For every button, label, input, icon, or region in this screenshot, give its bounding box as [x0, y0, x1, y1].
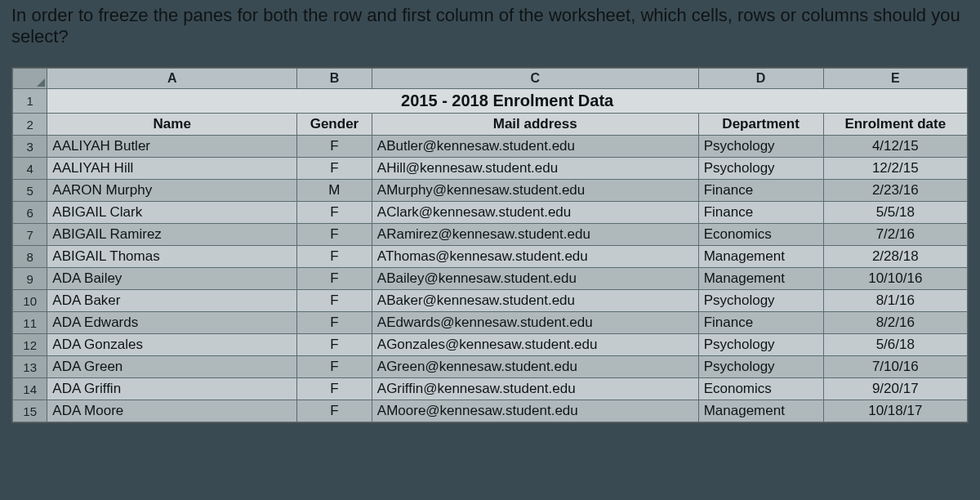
- row-header[interactable]: 4: [13, 158, 47, 180]
- cell-enrol[interactable]: 4/12/15: [823, 136, 967, 158]
- cell-gender[interactable]: F: [297, 312, 372, 334]
- table-row[interactable]: 13ADA GreenFAGreen@kennesaw.student.eduP…: [13, 356, 968, 378]
- cell-mail[interactable]: AThomas@kennesaw.student.edu: [372, 246, 698, 268]
- table-row[interactable]: 10ADA BakerFABaker@kennesaw.student.eduP…: [13, 290, 968, 312]
- col-header-c[interactable]: C: [372, 69, 698, 89]
- cell-enrol[interactable]: 5/5/18: [823, 202, 967, 224]
- cell-name[interactable]: ABIGAIL Clark: [47, 202, 297, 224]
- table-row[interactable]: 5AARON MurphyMAMurphy@kennesaw.student.e…: [13, 180, 968, 202]
- cell-dept[interactable]: Finance: [698, 202, 823, 224]
- cell-enrol[interactable]: 5/6/18: [823, 334, 967, 356]
- col-header-e[interactable]: E: [823, 69, 967, 89]
- cell-gender[interactable]: F: [297, 158, 372, 180]
- cell-name[interactable]: ADA Gonzales: [47, 334, 297, 356]
- cell-gender[interactable]: F: [297, 268, 372, 290]
- cell-dept[interactable]: Psychology: [698, 290, 823, 312]
- table-row[interactable]: 12ADA GonzalesFAGonzales@kennesaw.studen…: [13, 334, 968, 356]
- cell-gender[interactable]: F: [297, 246, 372, 268]
- col-header-a[interactable]: A: [47, 69, 297, 89]
- cell-enrol[interactable]: 9/20/17: [823, 378, 967, 400]
- cell-dept[interactable]: Psychology: [698, 158, 823, 180]
- cell-name[interactable]: ADA Bailey: [47, 268, 297, 290]
- cell-enrol[interactable]: 7/10/16: [823, 356, 967, 378]
- cell-mail[interactable]: ARamirez@kennesaw.student.edu: [372, 224, 698, 246]
- col-header-b[interactable]: B: [297, 69, 372, 89]
- cell-dept[interactable]: Finance: [698, 312, 823, 334]
- sheet-title[interactable]: 2015 - 2018 Enrolment Data: [47, 89, 968, 114]
- cell-gender[interactable]: M: [297, 180, 372, 202]
- cell-dept[interactable]: Management: [698, 246, 823, 268]
- cell-dept[interactable]: Finance: [698, 180, 823, 202]
- cell-gender[interactable]: F: [297, 290, 372, 312]
- row-header[interactable]: 15: [13, 400, 47, 422]
- cell-name[interactable]: AALIYAH Butler: [47, 136, 297, 158]
- cell-mail[interactable]: AGreen@kennesaw.student.edu: [372, 356, 698, 378]
- cell-mail[interactable]: AMurphy@kennesaw.student.edu: [372, 180, 698, 202]
- cell-mail[interactable]: AClark@kennesaw.student.edu: [372, 202, 698, 224]
- cell-gender[interactable]: F: [297, 334, 372, 356]
- cell-gender[interactable]: F: [297, 136, 372, 158]
- header-gender[interactable]: Gender: [297, 114, 372, 136]
- row-header-2[interactable]: 2: [13, 114, 47, 136]
- cell-gender[interactable]: F: [297, 202, 372, 224]
- header-name[interactable]: Name: [47, 114, 297, 136]
- cell-dept[interactable]: Management: [698, 268, 823, 290]
- table-row[interactable]: 7ABIGAIL RamirezFARamirez@kennesaw.stude…: [13, 224, 968, 246]
- table-row[interactable]: 14ADA GriffinFAGriffin@kennesaw.student.…: [13, 378, 968, 400]
- cell-name[interactable]: ADA Moore: [47, 400, 297, 422]
- cell-mail[interactable]: AHill@kennesaw.student.edu: [372, 158, 698, 180]
- cell-mail[interactable]: AButler@kennesaw.student.edu: [372, 136, 698, 158]
- table-row[interactable]: 8ABIGAIL ThomasFAThomas@kennesaw.student…: [13, 246, 968, 268]
- grid[interactable]: A B C D E 1 2015 - 2018 Enrolment Data 2…: [12, 68, 968, 422]
- cell-mail[interactable]: ABaker@kennesaw.student.edu: [372, 290, 698, 312]
- table-row[interactable]: 9ADA BaileyFABailey@kennesaw.student.edu…: [13, 268, 968, 290]
- cell-name[interactable]: ABIGAIL Ramirez: [47, 224, 297, 246]
- row-header[interactable]: 7: [13, 224, 47, 246]
- table-row[interactable]: 6ABIGAIL ClarkFAClark@kennesaw.student.e…: [13, 202, 968, 224]
- header-dept[interactable]: Department: [698, 114, 823, 136]
- cell-enrol[interactable]: 2/23/16: [823, 180, 967, 202]
- row-2[interactable]: 2 Name Gender Mail address Department En…: [13, 114, 968, 136]
- cell-name[interactable]: ADA Edwards: [47, 312, 297, 334]
- row-header[interactable]: 9: [13, 268, 47, 290]
- cell-enrol[interactable]: 2/28/18: [823, 246, 967, 268]
- cell-enrol[interactable]: 7/2/16: [823, 224, 967, 246]
- cell-gender[interactable]: F: [297, 224, 372, 246]
- row-1[interactable]: 1 2015 - 2018 Enrolment Data: [13, 89, 968, 114]
- row-header-1[interactable]: 1: [13, 89, 47, 114]
- cell-name[interactable]: ADA Green: [47, 356, 297, 378]
- cell-mail[interactable]: AEdwards@kennesaw.student.edu: [372, 312, 698, 334]
- cell-mail[interactable]: AMoore@kennesaw.student.edu: [372, 400, 698, 422]
- row-header[interactable]: 8: [13, 246, 47, 268]
- cell-enrol[interactable]: 8/1/16: [823, 290, 967, 312]
- cell-enrol[interactable]: 10/18/17: [823, 400, 967, 422]
- cell-name[interactable]: AALIYAH Hill: [47, 158, 297, 180]
- cell-name[interactable]: ADA Baker: [47, 290, 297, 312]
- table-row[interactable]: 15ADA MooreFAMoore@kennesaw.student.eduM…: [13, 400, 968, 422]
- table-row[interactable]: 3AALIYAH ButlerFAButler@kennesaw.student…: [13, 136, 968, 158]
- row-header[interactable]: 10: [13, 290, 47, 312]
- header-enrol[interactable]: Enrolment date: [823, 114, 967, 136]
- cell-dept[interactable]: Management: [698, 400, 823, 422]
- column-header-row[interactable]: A B C D E: [13, 69, 968, 89]
- cell-gender[interactable]: F: [297, 378, 372, 400]
- spreadsheet[interactable]: A B C D E 1 2015 - 2018 Enrolment Data 2…: [11, 67, 969, 423]
- cell-name[interactable]: ABIGAIL Thomas: [47, 246, 297, 268]
- cell-dept[interactable]: Psychology: [698, 334, 823, 356]
- select-all-corner[interactable]: [13, 69, 47, 89]
- cell-mail[interactable]: AGriffin@kennesaw.student.edu: [372, 378, 698, 400]
- table-row[interactable]: 4AALIYAH HillFAHill@kennesaw.student.edu…: [13, 158, 968, 180]
- cell-name[interactable]: AARON Murphy: [47, 180, 297, 202]
- cell-gender[interactable]: F: [297, 356, 372, 378]
- row-header[interactable]: 11: [13, 312, 47, 334]
- cell-enrol[interactable]: 8/2/16: [823, 312, 967, 334]
- cell-gender[interactable]: F: [297, 400, 372, 422]
- row-header[interactable]: 14: [13, 378, 47, 400]
- col-header-d[interactable]: D: [698, 69, 823, 89]
- row-header[interactable]: 13: [13, 356, 47, 378]
- row-header[interactable]: 6: [13, 202, 47, 224]
- cell-dept[interactable]: Economics: [698, 378, 823, 400]
- cell-name[interactable]: ADA Griffin: [47, 378, 297, 400]
- cell-dept[interactable]: Psychology: [698, 356, 823, 378]
- cell-enrol[interactable]: 12/2/15: [823, 158, 967, 180]
